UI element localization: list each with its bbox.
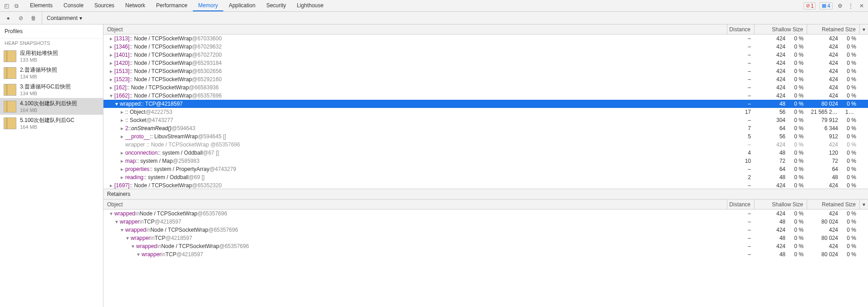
gear-icon[interactable]: ⚙ — [836, 2, 843, 10]
tab-elements[interactable]: Elements — [25, 0, 58, 11]
table-row[interactable]: ▸map :: system / Map @258598310720 %720 … — [103, 157, 868, 165]
col-distance[interactable]: Distance — [727, 24, 755, 34]
table-row[interactable]: ▾wrapped :: TCP @4218597–480 %80 0240 % — [103, 100, 868, 108]
collapse-icon[interactable]: ▾ — [131, 242, 135, 250]
collapse-icon[interactable]: ▾ — [136, 250, 141, 258]
collapse-icon[interactable]: ▾ — [109, 210, 113, 218]
tab-memory[interactable]: Memory — [193, 0, 223, 11]
col-menu-icon[interactable]: ▾ — [860, 24, 868, 34]
snapshot-item[interactable]: 应用初始堆快照133 MB — [0, 48, 103, 64]
expand-icon[interactable]: ▸ — [109, 83, 113, 92]
table-row[interactable]: ▾wrapped in Node / TCPSocketWrap @653576… — [103, 242, 868, 250]
inspect-icon[interactable]: ◰ — [3, 2, 10, 10]
expand-icon[interactable]: ▸ — [109, 51, 113, 59]
col-shallow[interactable]: Shallow Size — [755, 200, 807, 209]
expand-icon[interactable]: ▸ — [120, 173, 124, 181]
tab-application[interactable]: Application — [223, 0, 261, 11]
expand-icon[interactable]: ▸ — [109, 34, 113, 43]
table-row[interactable]: ▾[1662] :: Node / TCPSocketWrap @6535769… — [103, 92, 868, 100]
table-row[interactable]: ▾wrapper in TCP @4218597–480 %80 0240 % — [103, 234, 868, 242]
view-dropdown[interactable]: Containment ▾ — [47, 15, 82, 21]
col-distance[interactable]: Distance — [727, 200, 755, 209]
expand-icon[interactable]: ▸ — [109, 75, 113, 83]
col-shallow[interactable]: Shallow Size — [755, 24, 807, 34]
table-row[interactable]: ▸[1697] :: Node / TCPSocketWrap @6535232… — [103, 181, 868, 189]
cell-shallow: 424 — [755, 67, 789, 75]
clear-icon[interactable]: ⊘ — [17, 15, 25, 22]
cell-retained-pct: 0 % — [842, 59, 860, 67]
tab-lighthouse[interactable]: Lighthouse — [291, 0, 329, 11]
table-row[interactable]: ▸ :: Socket @4743277–3040 %79 9120 % — [103, 116, 868, 124]
tab-security[interactable]: Security — [261, 0, 291, 11]
col-object[interactable]: Object — [103, 200, 727, 209]
expand-icon[interactable]: ▸ — [120, 149, 124, 157]
table-row[interactable]: ▸reading :: system / Oddball @69 []2480 … — [103, 173, 868, 181]
expand-icon[interactable]: ▸ — [109, 181, 113, 189]
tab-network[interactable]: Network — [120, 0, 151, 11]
table-row[interactable]: ▸[1401] :: Node / TCPSocketWrap @6702720… — [103, 51, 868, 59]
cell-distance: – — [727, 141, 755, 149]
table-row[interactable]: ▸[162] :: Node / TCPSocketWrap @66583936… — [103, 83, 868, 92]
table-row[interactable]: ▸ :: Object @422275317560 %21 565 20813 … — [103, 108, 868, 116]
tab-performance[interactable]: Performance — [151, 0, 193, 11]
collapse-icon[interactable]: ▾ — [120, 226, 124, 234]
expand-icon[interactable]: ▸ — [120, 132, 124, 141]
table-row[interactable]: ▾wrapper in TCP @4218597–480 %80 0240 % — [103, 218, 868, 226]
trash-icon[interactable]: 🗑 — [30, 15, 37, 22]
collapse-icon[interactable]: ▾ — [125, 234, 130, 242]
collapse-icon[interactable]: ▾ — [109, 92, 113, 100]
cell-retained-pct: 0 % — [842, 141, 860, 149]
cell-shallow: 424 — [755, 34, 789, 43]
device-icon[interactable]: ⧉ — [13, 2, 20, 10]
table-row[interactable]: ▸[1420] :: Node / TCPSocketWrap @6529318… — [103, 59, 868, 67]
collapse-icon[interactable]: ▾ — [114, 100, 119, 108]
expand-icon[interactable]: ▸ — [120, 124, 124, 132]
cell-shallow-pct: 0 % — [789, 34, 807, 43]
snapshot-size: 134 MB — [20, 74, 57, 79]
object-rows[interactable]: ▸[1313] :: Node / TCPSocketWrap @6703360… — [103, 34, 868, 189]
cell-retained-pct: 0 % — [842, 116, 860, 124]
snapshot-item[interactable]: 4.100次创建队列后快照164 MB — [0, 98, 103, 115]
retainer-rows[interactable]: ▾wrapped in Node / TCPSocketWrap @653576… — [103, 210, 868, 307]
snapshot-item[interactable]: 2.普通循环快照134 MB — [0, 64, 103, 81]
tab-sources[interactable]: Sources — [89, 0, 120, 11]
expand-icon[interactable]: ▸ — [120, 165, 124, 173]
expand-icon[interactable]: ▸ — [109, 43, 113, 51]
table-row[interactable]: ▸[1346] :: Node / TCPSocketWrap @6702963… — [103, 43, 868, 51]
table-row[interactable]: ▸[1313] :: Node / TCPSocketWrap @6703360… — [103, 34, 868, 43]
expand-icon[interactable]: ▸ — [109, 59, 113, 67]
col-menu-icon[interactable]: ▾ — [860, 200, 868, 209]
snapshot-item[interactable]: 3.普通循环GC后快照134 MB — [0, 81, 103, 98]
col-object[interactable]: Object — [103, 24, 727, 34]
table-row[interactable]: ▾wrapped in Node / TCPSocketWrap @653576… — [103, 210, 868, 218]
table-row[interactable]: ▸__proto__ :: LibuvStreamWrap @594645 []… — [103, 132, 868, 141]
col-retained[interactable]: Retained Size — [807, 200, 860, 209]
table-row[interactable]: ▸[1513] :: Node / TCPSocketWrap @6530265… — [103, 67, 868, 75]
expand-icon[interactable]: ▸ — [120, 116, 124, 124]
cell-retained-pct: 0 % — [842, 181, 860, 189]
table-row[interactable]: ▾wrapped in Node / TCPSocketWrap @653576… — [103, 226, 868, 234]
error-badge[interactable]: ⊘ 1 — [804, 2, 816, 10]
table-row[interactable]: ▸2 :: onStreamRead() @5946437640 %6 3440… — [103, 124, 868, 132]
collapse-icon[interactable]: ▾ — [114, 218, 119, 226]
expand-icon[interactable]: ▸ — [109, 67, 113, 75]
expand-icon[interactable]: ▸ — [120, 108, 124, 116]
cell-distance: – — [727, 210, 755, 218]
more-icon[interactable]: ⋮ — [847, 2, 854, 10]
col-retained[interactable]: Retained Size — [807, 24, 860, 34]
expand-icon[interactable]: ▸ — [120, 157, 124, 165]
table-row[interactable]: ▾wrapper in TCP @4218597–480 %80 0240 % — [103, 250, 868, 258]
message-badge[interactable]: ▦ 4 — [819, 2, 833, 10]
cell-distance: – — [727, 234, 755, 242]
snapshot-item[interactable]: 5.100次创建队列后GC164 MB — [0, 115, 103, 132]
table-row[interactable]: ▸onconnection :: system / Oddball @67 []… — [103, 149, 868, 157]
close-icon[interactable]: ✕ — [858, 2, 865, 10]
table-row[interactable]: ▸properties :: system / PropertyArray @4… — [103, 165, 868, 173]
tab-console[interactable]: Console — [58, 0, 89, 11]
cell-shallow-pct: 0 % — [789, 132, 807, 141]
table-row[interactable]: wrapper :: Node / TCPSocketWrap @6535769… — [103, 141, 868, 149]
cell-retained: 424 — [807, 181, 842, 189]
record-icon[interactable]: ● — [5, 15, 12, 22]
cell-retained-pct: 0 % — [842, 92, 860, 100]
table-row[interactable]: ▸[1523] :: Node / TCPSocketWrap @6529216… — [103, 75, 868, 83]
